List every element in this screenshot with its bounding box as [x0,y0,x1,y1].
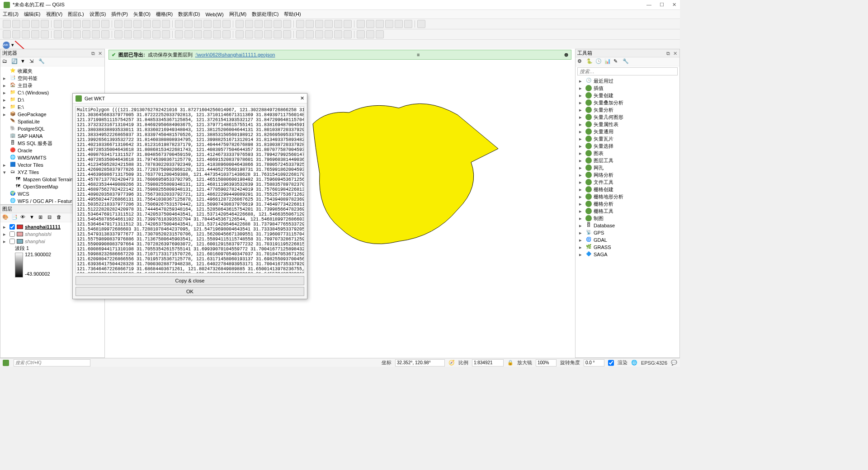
toolbar-button[interactable] [395,20,403,28]
toolbar-button[interactable] [306,20,314,28]
toolbox-category[interactable]: ▸插值 [576,85,679,92]
toolbox-category[interactable]: ▸🌀GDAL [576,236,679,244]
toolbar-button[interactable] [366,20,374,28]
toolbar-button[interactable] [175,30,183,38]
style-icon[interactable]: 🎨 [2,214,9,221]
add-layer-icon[interactable]: 🗂 [2,58,9,66]
magnifier-input[interactable] [536,359,557,367]
toolbox-category[interactable]: ▸🗄Database [576,222,679,229]
coord-input[interactable] [395,359,445,367]
add-group-icon[interactable]: 📑 [11,214,19,221]
menu-item[interactable]: 工程(J) [3,11,19,18]
script-icon[interactable]: 🐍 [586,58,594,66]
toolbar-button[interactable] [357,20,365,28]
toolbar-button[interactable] [73,30,81,38]
toolbox-category[interactable]: ▸矢量分析 [576,106,679,113]
visibility-icon[interactable]: 👁 [20,214,28,221]
model-icon[interactable]: ⚙ [577,58,585,66]
toolbar-button[interactable] [63,20,71,28]
toolbar-button[interactable] [222,20,231,28]
toolbar-button[interactable] [203,30,212,38]
toolbar-button[interactable] [3,20,11,28]
menu-item[interactable]: 帮助(H) [284,11,301,18]
close-button[interactable]: ✕ [672,2,676,8]
toolbar-button[interactable] [296,20,304,28]
toolbox-category[interactable]: ▸网络分析 [576,171,679,179]
toolbar-button[interactable] [92,20,100,28]
history-icon[interactable]: 🕓 [595,58,603,66]
results-icon[interactable]: 📊 [604,58,612,66]
toolbox-category[interactable]: ▸栅格分析 [576,200,679,207]
toolbar-button[interactable] [124,20,132,28]
toolbar-button[interactable] [236,20,244,28]
toolbar-button[interactable] [54,20,62,28]
toolbar-button[interactable] [22,30,30,38]
collapse-icon[interactable]: ⇲ [29,58,37,66]
locator-input[interactable] [14,359,90,367]
filter-layers-icon[interactable]: ▼ [29,214,37,221]
toolbox-category[interactable]: ▸网孔 [576,164,679,171]
toolbar-button[interactable] [357,30,365,38]
toolbar-button[interactable] [222,30,231,38]
toolbox-category[interactable]: ▸矢量创建 [576,92,679,99]
toolbar-button[interactable] [203,20,212,28]
scale-input[interactable] [472,359,504,367]
toolbar-button[interactable] [82,20,90,28]
toolbar-button[interactable] [325,20,333,28]
menu-item[interactable]: Web(W) [205,12,223,17]
toolbar-button[interactable] [334,20,342,28]
panel-close-icon[interactable]: ✕ [97,51,103,56]
toolbar-button[interactable] [184,30,193,38]
toolbar-button[interactable] [114,30,123,38]
toolbox-category[interactable]: ▸图表 [576,150,679,157]
tree-item[interactable]: ▸📑空间书签 [1,75,104,82]
render-checkbox[interactable] [608,359,614,367]
toolbox-category[interactable]: ▸文件工具 [576,179,679,186]
toolbar-button[interactable] [143,30,151,38]
toolbar-button[interactable] [162,20,170,28]
minimize-button[interactable]: — [646,2,651,8]
toolbar-button[interactable] [264,30,272,38]
wkt-dropdown-icon[interactable]: ▾ [11,42,14,48]
toolbar-button[interactable] [344,30,352,38]
properties-icon[interactable]: 🔧 [38,58,46,66]
toolbar-button[interactable] [54,30,62,38]
toolbox-category[interactable]: ▸栅格工具 [576,207,679,215]
options-icon[interactable]: 🔧 [623,58,630,66]
toolbar-button[interactable] [213,30,221,38]
panel-float-icon[interactable]: ⧉ [90,51,96,56]
dialog-close-icon[interactable]: ✕ [300,95,304,101]
expand-icon[interactable]: ⊞ [38,214,46,221]
toolbar-button[interactable] [152,30,160,38]
toolbox-category[interactable]: ▸🌿GRASS [576,244,679,251]
toolbox-category[interactable]: ▸矢量属性表 [576,121,679,128]
toolbar-button[interactable] [417,20,425,28]
menu-item[interactable]: 图层(L) [68,11,84,18]
toolbar-button[interactable] [283,30,291,38]
toolbox-category[interactable]: ▸图层工具 [576,157,679,164]
toolbar-button[interactable] [264,20,272,28]
toolbar-button[interactable] [194,20,202,28]
toolbar-button[interactable] [101,20,109,28]
toolbox-category[interactable]: ▸矢量瓦片 [576,135,679,142]
toolbar-button[interactable] [73,20,81,28]
toolbar-button[interactable] [31,30,39,38]
toolbar-button[interactable] [245,20,253,28]
menu-item[interactable]: 网孔(M) [229,11,247,18]
toolbar-button[interactable] [41,20,49,28]
toolbar-button[interactable] [366,30,374,38]
menu-item[interactable]: 矢量(O) [133,11,151,18]
edit-icon[interactable]: ✎ [613,58,621,66]
message-link[interactable]: :\work\0628\shanghai11111.geojson [195,52,275,57]
menu-item[interactable]: 视图(V) [46,11,63,18]
messages-icon[interactable]: 💬 [671,360,677,366]
toolbar-button[interactable] [3,30,11,38]
toolbar-button[interactable] [162,30,170,38]
toolbar-button[interactable] [114,20,123,28]
ok-button[interactable]: OK [75,287,304,296]
toolbar-button[interactable] [82,30,90,38]
toolbar-button[interactable] [184,20,193,28]
menu-item[interactable]: 数据处理(C) [252,11,278,18]
toolbar-button[interactable] [255,20,263,28]
message-close-icon[interactable]: ⊗ [564,52,568,58]
